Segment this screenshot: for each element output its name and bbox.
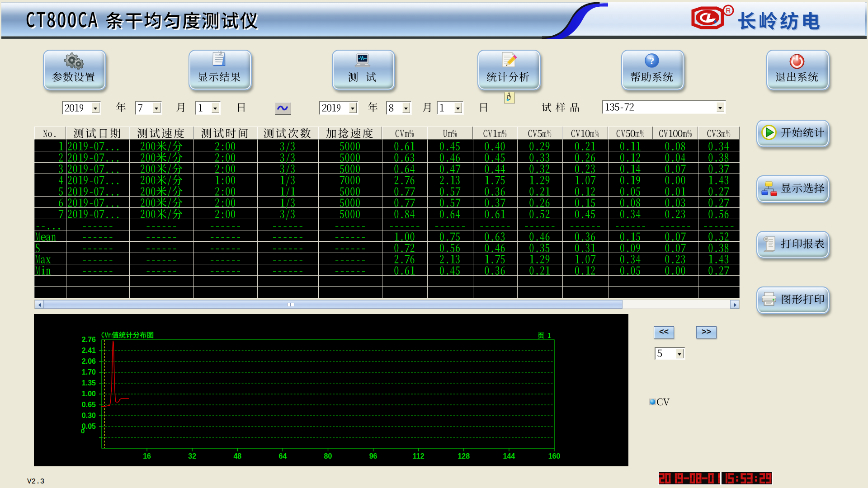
svg-text:?: ? [650, 55, 655, 66]
svg-text:R: R [726, 6, 731, 14]
